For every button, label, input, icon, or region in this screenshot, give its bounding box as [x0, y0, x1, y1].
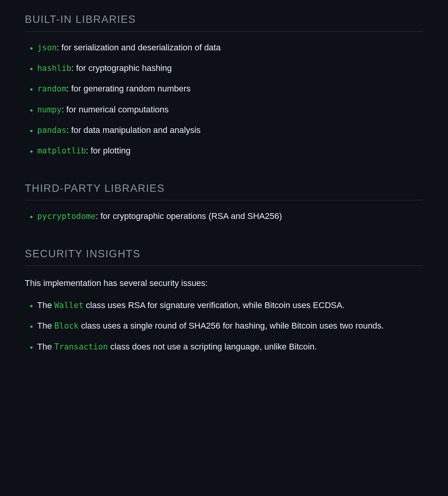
code-token: matplotlib: [37, 146, 86, 155]
list-item-desc: : for plotting: [86, 146, 131, 155]
list-item-desc: : for cryptographic hashing: [71, 63, 172, 73]
section-security-insights: SECURITY INSIGHTS This implementation ha…: [25, 246, 423, 353]
code-token: Wallet: [54, 301, 83, 310]
heading-security-insights: SECURITY INSIGHTS: [25, 246, 423, 266]
list-item: matplotlib: for plotting: [37, 144, 423, 157]
security-intro-text: This implementation has several security…: [25, 277, 423, 289]
list-item: json: for serialization and deserializat…: [37, 41, 423, 54]
list-item-pre: The: [37, 300, 54, 310]
code-token: pycryptodome: [37, 212, 96, 221]
code-token: random: [37, 84, 66, 93]
list-item-desc: class uses a single round of SHA256 for …: [79, 321, 384, 331]
heading-thirdparty-libraries: THIRD-PARTY LIBRARIES: [25, 181, 423, 201]
list-item-desc: class does not use a scripting language,…: [108, 342, 317, 351]
list-item-pre: The: [37, 321, 54, 331]
list-item: random: for generating random numbers: [37, 82, 423, 95]
list-item: The Transaction class does not use a scr…: [37, 340, 423, 353]
code-token: numpy: [37, 105, 62, 114]
list-item: pycryptodome: for cryptographic operatio…: [37, 210, 423, 222]
list-item: numpy: for numerical computations: [37, 103, 423, 116]
list-item-desc: class uses RSA for signature verificatio…: [84, 300, 345, 310]
list-security-insights: The Wallet class uses RSA for signature …: [25, 299, 423, 353]
list-item-desc: : for generating random numbers: [66, 84, 190, 93]
list-item: The Wallet class uses RSA for signature …: [37, 299, 423, 312]
list-item-desc: : for cryptographic operations (RSA and …: [96, 211, 282, 221]
list-builtin-libraries: json: for serialization and deserializat…: [25, 41, 423, 157]
code-token: json: [37, 43, 57, 52]
heading-builtin-libraries: BUILT-IN LIBRARIES: [25, 12, 423, 32]
section-builtin-libraries: BUILT-IN LIBRARIES json: for serializati…: [25, 12, 423, 157]
list-item-desc: : for numerical computations: [62, 105, 169, 114]
code-token: Block: [54, 321, 79, 331]
list-item: pandas: for data manipulation and analys…: [37, 124, 423, 136]
list-item-desc: : for serialization and deserialization …: [57, 43, 221, 52]
code-token: pandas: [37, 126, 66, 135]
code-token: hashlib: [37, 64, 71, 73]
list-thirdparty-libraries: pycryptodome: for cryptographic operatio…: [25, 210, 423, 222]
list-item: hashlib: for cryptographic hashing: [37, 62, 423, 74]
code-token: Transaction: [54, 342, 108, 351]
document-page: BUILT-IN LIBRARIES json: for serializati…: [0, 0, 448, 496]
section-thirdparty-libraries: THIRD-PARTY LIBRARIES pycryptodome: for …: [25, 181, 423, 223]
list-item: The Block class uses a single round of S…: [37, 319, 423, 332]
list-item-pre: The: [37, 342, 54, 351]
list-item-desc: : for data manipulation and analysis: [66, 125, 200, 135]
